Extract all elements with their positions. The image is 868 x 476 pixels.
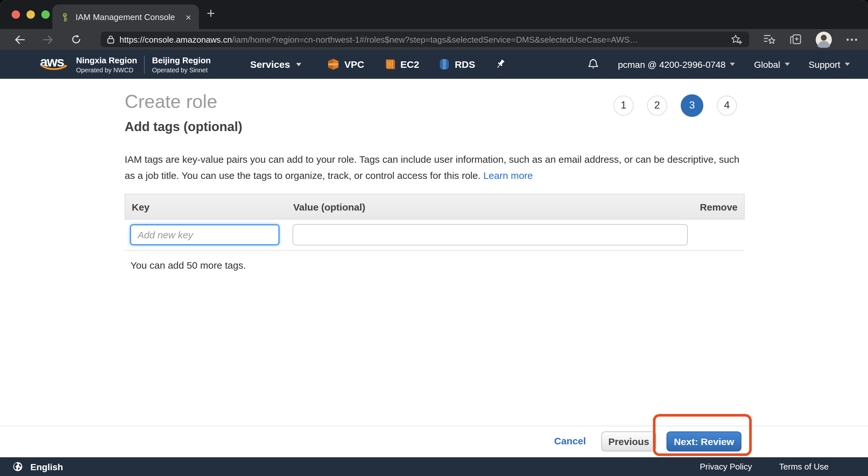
terms-of-use-link[interactable]: Terms of Use — [779, 462, 829, 472]
chevron-down-icon — [785, 63, 790, 66]
tags-table-header: Key Value (optional) Remove — [125, 194, 745, 220]
learn-more-link[interactable]: Learn more — [484, 170, 533, 181]
shortcut-vpc[interactable]: VPC — [328, 59, 364, 70]
aws-smile-icon — [41, 65, 68, 72]
window-close-button[interactable] — [11, 10, 20, 19]
region-name: Beijing Region — [152, 55, 211, 65]
column-header-key: Key — [132, 201, 293, 212]
url-path: /iam/home?region=cn-northwest-1#/roles$n… — [232, 35, 638, 44]
footer-links: Privacy Policy Terms of Use — [700, 462, 829, 472]
bookmark-star-icon[interactable] — [731, 34, 743, 45]
profile-avatar[interactable] — [816, 31, 832, 47]
tags-remaining-note: You can add 50 more tags. — [130, 260, 246, 271]
browser-menu-icon[interactable] — [846, 38, 858, 41]
next-review-button[interactable]: Next: Review — [666, 432, 741, 451]
lock-icon — [107, 35, 114, 44]
back-icon[interactable] — [11, 35, 27, 44]
tag-row — [125, 220, 745, 251]
forward-icon[interactable] — [40, 35, 56, 44]
tab-close-icon[interactable]: × — [185, 12, 191, 22]
url-text: https://console.amazonaws.cn/iam/home?re… — [120, 35, 725, 44]
navbar-right: pcman @ 4200-2996-0748 Global Support — [587, 58, 850, 70]
tab-title: IAM Management Console — [75, 12, 180, 22]
account-menu[interactable]: pcman @ 4200-2996-0748 — [618, 59, 735, 69]
actions-divider — [0, 425, 868, 426]
new-tab-button[interactable]: + — [207, 6, 215, 21]
tag-key-input[interactable] — [130, 224, 280, 246]
tags-table: Key Value (optional) Remove — [125, 194, 745, 251]
collections-icon[interactable] — [790, 34, 802, 44]
browser-tab[interactable]: IAM Management Console × — [52, 4, 199, 29]
window-controls — [11, 10, 50, 19]
aws-navbar: aws Ningxia Region Operated by NWCD Beij… — [0, 50, 868, 79]
globe-icon — [13, 462, 23, 472]
main-content: Create role 1 2 3 4 Add tags (optional) … — [0, 79, 868, 457]
shortcut-label: VPC — [344, 59, 364, 70]
services-menu[interactable]: Services — [250, 59, 302, 70]
previous-label: Previous — [609, 436, 649, 447]
wizard-step-indicator: 1 2 3 4 — [614, 93, 737, 118]
shortcut-ec2[interactable]: EC2 — [384, 59, 419, 70]
region-selector-label: Global — [754, 59, 780, 69]
browser-window: IAM Management Console × + https://conso… — [0, 0, 868, 476]
pin-icon[interactable] — [495, 59, 505, 70]
window-minimize-button[interactable] — [27, 10, 35, 19]
account-label: pcman @ 4200-2996-0748 — [618, 59, 725, 69]
shortcut-label: EC2 — [400, 59, 419, 70]
region-operator: Operated by Sinnet — [152, 66, 211, 73]
chevron-down-icon — [730, 63, 735, 66]
console-footer: English Privacy Policy Terms of Use — [0, 457, 868, 476]
region-operators: Ningxia Region Operated by NWCD Beijing … — [69, 55, 218, 73]
step-1: 1 — [614, 95, 633, 115]
region-operator: Operated by NWCD — [76, 66, 137, 73]
column-header-value: Value (optional) — [293, 201, 676, 212]
shortcut-rds[interactable]: RDS — [439, 59, 475, 70]
description-text: IAM tags are key-value pairs you can add… — [125, 154, 740, 181]
support-menu[interactable]: Support — [809, 59, 850, 69]
step-4: 4 — [717, 95, 737, 115]
shortcut-label: RDS — [455, 59, 475, 70]
service-shortcuts: VPC EC2 RDS — [328, 59, 505, 70]
column-header-remove: Remove — [676, 201, 738, 212]
region-selector[interactable]: Global — [754, 59, 790, 69]
notifications-bell-icon[interactable] — [587, 58, 599, 70]
aws-logo[interactable]: aws — [40, 55, 64, 74]
language-label: English — [30, 462, 63, 472]
region-name: Ningxia Region — [76, 55, 137, 65]
ec2-icon — [384, 59, 395, 70]
url-origin: https://console.amazonaws.cn — [120, 35, 232, 44]
region-beijing: Beijing Region Operated by Sinnet — [144, 55, 218, 73]
support-label: Support — [809, 59, 840, 69]
tag-value-input[interactable] — [292, 224, 688, 246]
step-3-active: 3 — [681, 94, 703, 117]
favorites-icon[interactable] — [764, 34, 776, 44]
next-review-label: Next: Review — [674, 436, 734, 447]
language-selector[interactable]: English — [13, 462, 63, 472]
step-2: 2 — [647, 95, 667, 115]
address-bar[interactable]: https://console.amazonaws.cn/iam/home?re… — [101, 32, 749, 47]
browser-tab-strip: IAM Management Console × + — [0, 0, 868, 29]
tags-description: IAM tags are key-value pairs you can add… — [125, 151, 746, 183]
cancel-button[interactable]: Cancel — [554, 435, 586, 446]
region-ningxia: Ningxia Region Operated by NWCD — [69, 55, 144, 73]
page-title: Create role — [125, 91, 217, 113]
rds-icon — [439, 59, 450, 70]
chevron-down-icon — [845, 63, 850, 66]
toolbar-right-icons — [755, 31, 858, 47]
privacy-policy-link[interactable]: Privacy Policy — [700, 462, 752, 472]
window-zoom-button[interactable] — [41, 10, 50, 19]
chevron-down-icon — [296, 62, 302, 66]
vpc-icon — [328, 59, 339, 70]
previous-button[interactable]: Previous — [601, 432, 656, 451]
section-heading: Add tags (optional) — [125, 120, 242, 134]
services-label: Services — [250, 59, 290, 70]
reload-icon[interactable] — [68, 34, 84, 44]
iam-key-favicon-icon — [60, 12, 70, 22]
browser-toolbar: https://console.amazonaws.cn/iam/home?re… — [0, 29, 868, 50]
